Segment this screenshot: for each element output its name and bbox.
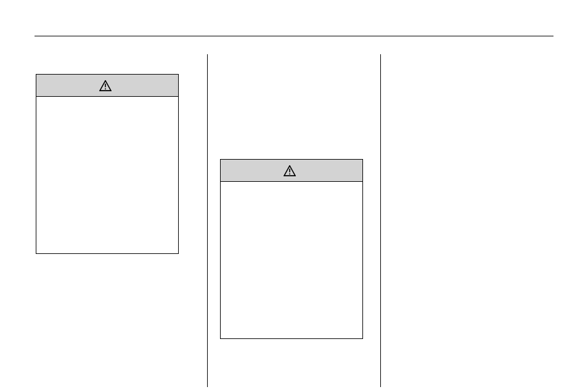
warning-header <box>221 160 362 182</box>
column-3 <box>381 54 553 387</box>
warning-triangle-icon <box>99 80 112 91</box>
warning-body <box>221 182 362 194</box>
column-2 <box>208 54 380 387</box>
warning-header <box>36 75 178 97</box>
column-1 <box>35 54 207 387</box>
warning-body <box>36 97 178 109</box>
warning-triangle-icon <box>284 165 296 176</box>
page-rule <box>35 36 553 36</box>
svg-point-3 <box>289 173 290 174</box>
warning-box <box>220 159 363 339</box>
svg-point-1 <box>105 88 106 89</box>
content-columns <box>35 54 553 387</box>
warning-box <box>36 74 179 254</box>
